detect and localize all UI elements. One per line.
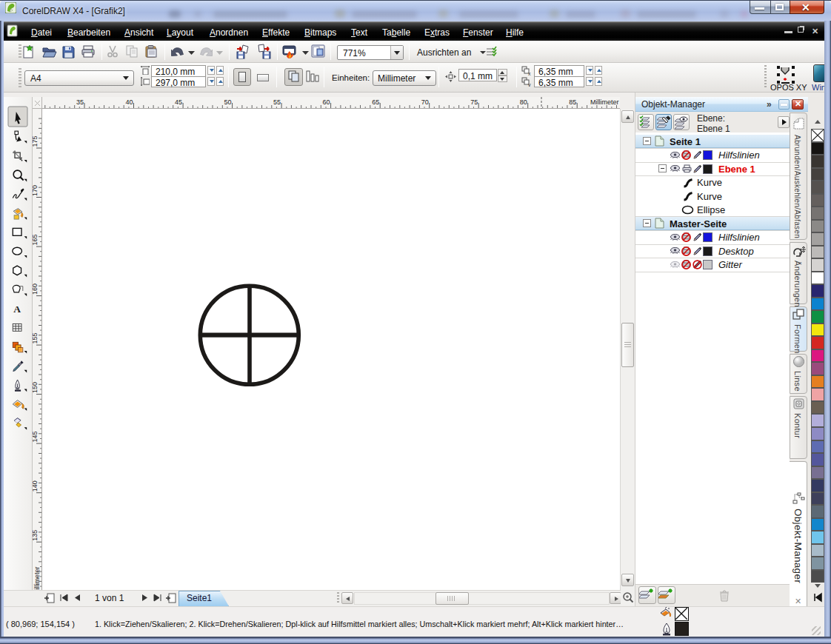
svg-text:y: y xyxy=(528,82,531,87)
svg-text:170: 170 xyxy=(33,185,39,196)
svg-text:85: 85 xyxy=(569,98,576,106)
svg-text:160: 160 xyxy=(33,284,39,295)
svg-text:50: 50 xyxy=(224,98,232,106)
svg-text:70: 70 xyxy=(421,98,429,106)
svg-text:35: 35 xyxy=(76,98,84,106)
svg-text:75: 75 xyxy=(470,98,478,106)
svg-text:Millimeter: Millimeter xyxy=(33,566,41,590)
svg-text:A: A xyxy=(13,303,21,315)
svg-text:145: 145 xyxy=(33,432,39,443)
svg-text:150: 150 xyxy=(33,382,39,393)
svg-text:40: 40 xyxy=(125,98,133,106)
svg-text:Millimeter: Millimeter xyxy=(590,98,619,106)
svg-text:140: 140 xyxy=(33,480,39,492)
svg-text:55: 55 xyxy=(273,98,281,106)
svg-text:x: x xyxy=(528,71,531,76)
svg-text:60: 60 xyxy=(323,98,330,106)
svg-text:65: 65 xyxy=(372,98,379,106)
svg-text:45: 45 xyxy=(175,98,182,106)
svg-text:80: 80 xyxy=(520,98,527,106)
svg-text:135: 135 xyxy=(33,530,39,541)
svg-text:175: 175 xyxy=(33,135,39,147)
svg-text:165: 165 xyxy=(33,235,39,246)
svg-text:155: 155 xyxy=(33,333,39,344)
